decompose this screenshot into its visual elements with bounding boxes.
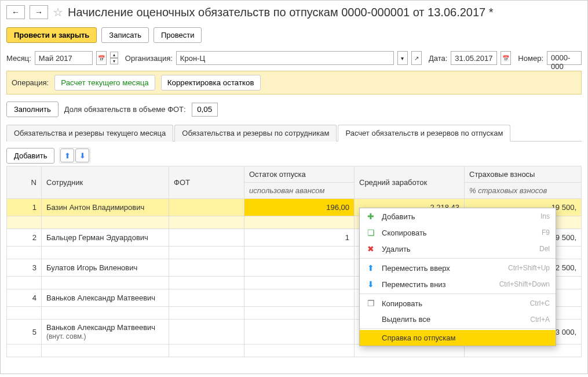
cell-employee: Ваньков Александр Матвеевич(внут. совм.) xyxy=(42,320,169,345)
separator xyxy=(360,293,556,294)
forward-button[interactable]: → xyxy=(30,5,48,19)
delete-icon: ✖ xyxy=(366,244,376,253)
move-down-button[interactable]: ⬇ xyxy=(75,148,89,162)
cell-n: 3 xyxy=(7,259,42,277)
number-input[interactable]: 0000-000 xyxy=(547,51,582,65)
operation-adjust-button[interactable]: Корректировка остатков xyxy=(161,75,261,90)
cell-ostatok xyxy=(244,289,355,307)
context-menu: ✚ Добавить Ins ❏ Скопировать F9 ✖ Удалит… xyxy=(359,208,556,346)
post-and-close-button[interactable]: Провести и закрыть xyxy=(6,27,97,43)
menu-delete[interactable]: ✖ Удалить Del xyxy=(360,241,556,257)
month-up[interactable]: ▴ xyxy=(110,52,118,58)
org-label: Организация: xyxy=(125,54,173,63)
cell-ostatok: 1 xyxy=(244,229,355,246)
date-input[interactable]: 31.05.2017 xyxy=(451,51,497,65)
col-ostatok: Остаток отпуска xyxy=(244,166,355,183)
calendar-icon[interactable]: 📅 xyxy=(96,51,107,65)
tab-vacation-calc[interactable]: Расчет обязательств и резервов по отпуск… xyxy=(338,125,510,142)
date-label: Дата: xyxy=(429,54,447,63)
col-fot: ФОТ xyxy=(169,166,244,199)
save-button[interactable]: Записать xyxy=(101,27,149,43)
org-input[interactable]: Крон-Ц xyxy=(176,51,394,65)
cell-n: 5 xyxy=(7,320,42,345)
separator xyxy=(360,258,556,259)
month-down[interactable]: ▾ xyxy=(110,58,118,64)
cell-fot xyxy=(169,289,244,307)
cell-fot xyxy=(169,259,244,277)
move-up-button[interactable]: ⬆ xyxy=(60,148,74,162)
arrow-down-icon: ⬇ xyxy=(366,280,376,289)
plus-icon: ✚ xyxy=(366,212,376,221)
share-label: Доля обязательств в объеме ФОТ: xyxy=(64,105,186,114)
month-input[interactable]: Май 2017 xyxy=(35,51,93,65)
back-button[interactable]: ← xyxy=(6,5,25,19)
col-ostatok-sub: использован авансом xyxy=(244,183,355,199)
favorite-icon[interactable]: ☆ xyxy=(53,5,63,19)
col-employee: Сотрудник xyxy=(42,166,169,199)
cell-n: 1 xyxy=(7,199,42,216)
menu-vacation-ref[interactable]: Справка по отпускам xyxy=(360,330,556,346)
operation-label: Операция: xyxy=(12,78,49,87)
menu-move-down[interactable]: ⬇ Переместить вниз Ctrl+Shift+Down xyxy=(360,276,556,292)
cell-fot xyxy=(169,320,244,345)
arrow-up-icon: ⬆ xyxy=(366,263,376,273)
cell-employee: Бальцер Герман Эдуардович xyxy=(42,229,169,246)
org-dropdown-icon[interactable]: ▾ xyxy=(397,51,408,65)
cell-n: 4 xyxy=(7,289,42,307)
menu-select-all[interactable]: Выделить все Ctrl+A xyxy=(360,311,556,327)
month-label: Месяц: xyxy=(6,54,31,63)
cell-fot xyxy=(169,229,244,246)
separator xyxy=(360,328,556,329)
col-ins-sub: % страховых взносов xyxy=(465,183,582,199)
number-label: Номер: xyxy=(518,54,543,63)
page-title: Начисление оценочных обязательств по отп… xyxy=(68,6,494,19)
share-input[interactable] xyxy=(192,103,218,117)
cell-ostatok xyxy=(244,259,355,277)
col-n: N xyxy=(7,166,42,199)
cell-employee: Ваньков Александр Матвеевич xyxy=(42,289,169,307)
cell-ostatok: 196,00 xyxy=(244,199,355,216)
org-open-icon[interactable]: ↗ xyxy=(411,51,422,65)
cell-employee: Булатов Игорь Виленович xyxy=(42,259,169,277)
cell-employee: Базин Антон Владимирович xyxy=(42,199,169,216)
tab-current-month[interactable]: Обязательства и резервы текущего месяца xyxy=(6,125,173,142)
menu-clipboard[interactable]: ❐ Копировать Ctrl+C xyxy=(360,295,556,311)
add-row-button[interactable]: Добавить xyxy=(6,148,54,164)
menu-copy[interactable]: ❏ Скопировать F9 xyxy=(360,224,556,241)
copy-icon: ❏ xyxy=(366,228,376,237)
cell-ostatok xyxy=(244,320,355,345)
tab-by-employee[interactable]: Обязательства и резервы по сотрудникам xyxy=(174,125,337,142)
date-calendar-icon[interactable]: 📅 xyxy=(501,51,511,65)
operation-calc-button[interactable]: Расчет текущего месяца xyxy=(54,75,155,90)
clipboard-icon: ❐ xyxy=(366,299,376,308)
post-button[interactable]: Провести xyxy=(154,27,202,43)
col-ins: Страховые взносы xyxy=(465,166,582,183)
col-avg: Средний заработок xyxy=(355,166,465,199)
menu-move-up[interactable]: ⬆ Переместить вверх Ctrl+Shift+Up xyxy=(360,260,556,276)
menu-add[interactable]: ✚ Добавить Ins xyxy=(360,208,556,224)
fill-button[interactable]: Заполнить xyxy=(6,102,59,117)
cell-fot xyxy=(169,199,244,216)
cell-n: 2 xyxy=(7,229,42,246)
